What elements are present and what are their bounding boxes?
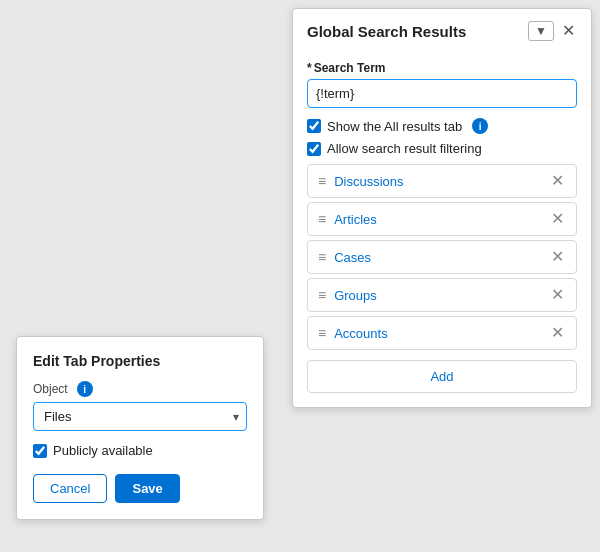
- remove-item-button[interactable]: ✕: [549, 249, 566, 265]
- object-label: Object i: [33, 381, 247, 397]
- result-item-left: ≡ Accounts: [318, 325, 388, 341]
- result-item: ≡ Accounts ✕: [307, 316, 577, 350]
- remove-item-button[interactable]: ✕: [549, 211, 566, 227]
- drag-handle-icon[interactable]: ≡: [318, 173, 326, 189]
- result-item-left: ≡ Discussions: [318, 173, 404, 189]
- cancel-button[interactable]: Cancel: [33, 474, 107, 503]
- object-select[interactable]: Files Documents Images: [33, 402, 247, 431]
- result-item: ≡ Articles ✕: [307, 202, 577, 236]
- drag-handle-icon[interactable]: ≡: [318, 249, 326, 265]
- result-items-list: ≡ Discussions ✕ ≡ Articles ✕ ≡ Cases ✕ ≡…: [307, 164, 577, 354]
- publicly-available-label: Publicly available: [53, 443, 153, 458]
- search-term-label: *Search Term: [307, 61, 577, 75]
- remove-item-button[interactable]: ✕: [549, 325, 566, 341]
- result-item-left: ≡ Cases: [318, 249, 371, 265]
- panel-title: Global Search Results: [307, 23, 466, 40]
- show-all-results-row: Show the All results tab i: [307, 118, 577, 134]
- result-item-name: Accounts: [334, 326, 387, 341]
- show-all-label: Show the All results tab: [327, 119, 462, 134]
- publicly-available-row: Publicly available: [33, 443, 247, 458]
- drag-handle-icon[interactable]: ≡: [318, 287, 326, 303]
- result-item: ≡ Groups ✕: [307, 278, 577, 312]
- result-item: ≡ Cases ✕: [307, 240, 577, 274]
- result-item-name: Groups: [334, 288, 377, 303]
- show-all-checkbox[interactable]: [307, 119, 321, 133]
- dropdown-button[interactable]: ▼: [528, 21, 554, 41]
- remove-item-button[interactable]: ✕: [549, 287, 566, 303]
- drag-handle-icon[interactable]: ≡: [318, 325, 326, 341]
- result-item-left: ≡ Articles: [318, 211, 377, 227]
- allow-filtering-label: Allow search result filtering: [327, 141, 482, 156]
- remove-item-button[interactable]: ✕: [549, 173, 566, 189]
- result-item-name: Cases: [334, 250, 371, 265]
- edit-tab-actions: Cancel Save: [33, 474, 247, 503]
- panel-header: Global Search Results ▼ ✕: [293, 9, 591, 51]
- show-all-info-icon[interactable]: i: [472, 118, 488, 134]
- object-info-icon[interactable]: i: [77, 381, 93, 397]
- result-item: ≡ Discussions ✕: [307, 164, 577, 198]
- result-item-left: ≡ Groups: [318, 287, 377, 303]
- global-search-panel: Global Search Results ▼ ✕ *Search Term S…: [292, 8, 592, 408]
- result-item-name: Articles: [334, 212, 377, 227]
- object-select-wrapper: Files Documents Images ▾: [33, 402, 247, 431]
- required-star: *: [307, 61, 312, 75]
- panel-body: *Search Term Show the All results tab i …: [293, 51, 591, 407]
- drag-handle-icon[interactable]: ≡: [318, 211, 326, 227]
- add-button[interactable]: Add: [307, 360, 577, 393]
- edit-tab-title: Edit Tab Properties: [33, 353, 247, 369]
- save-button[interactable]: Save: [115, 474, 179, 503]
- panel-header-actions: ▼ ✕: [528, 21, 577, 41]
- search-term-input[interactable]: [307, 79, 577, 108]
- edit-tab-panel: Edit Tab Properties Object i Files Docum…: [16, 336, 264, 520]
- result-item-name: Discussions: [334, 174, 403, 189]
- allow-filtering-checkbox[interactable]: [307, 142, 321, 156]
- publicly-available-checkbox[interactable]: [33, 444, 47, 458]
- allow-filtering-row: Allow search result filtering: [307, 141, 577, 156]
- close-button[interactable]: ✕: [560, 23, 577, 39]
